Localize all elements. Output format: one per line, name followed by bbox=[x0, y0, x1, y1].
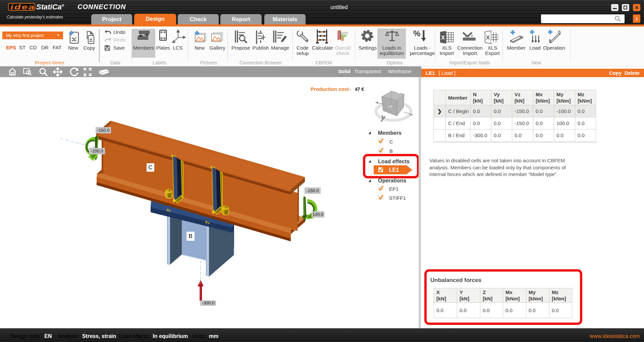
svg-text:+Y: +Y bbox=[388, 105, 392, 109]
svg-text:X: X bbox=[486, 35, 490, 41]
svg-text:%: % bbox=[413, 30, 420, 38]
svg-text:X: X bbox=[441, 35, 445, 41]
